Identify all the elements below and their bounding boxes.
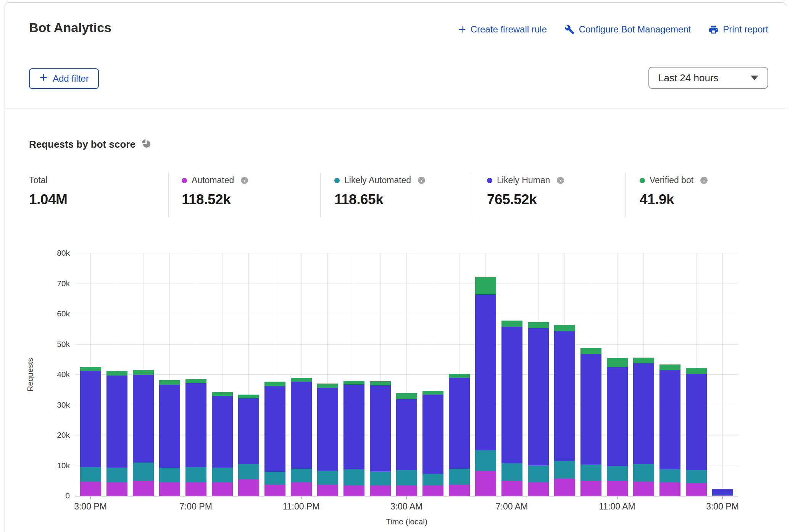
bar-segment-likely-human[interactable]: [422, 395, 443, 474]
bar-segment-automated[interactable]: [291, 482, 312, 496]
bar-segment-likely-automated[interactable]: [501, 463, 522, 480]
bar-segment-automated[interactable]: [686, 483, 707, 496]
bar-segment-likely-automated[interactable]: [659, 469, 680, 482]
bar-segment-verified-bot[interactable]: [686, 368, 707, 374]
add-filter-button[interactable]: Add filter: [29, 68, 99, 89]
bar-segment-likely-human[interactable]: [291, 382, 312, 469]
bar-segment-verified-bot[interactable]: [238, 395, 259, 398]
bar-segment-likely-human[interactable]: [633, 363, 654, 464]
bar-segment-verified-bot[interactable]: [264, 382, 285, 386]
bar-segment-automated[interactable]: [317, 485, 338, 496]
bar-segment-automated[interactable]: [396, 485, 417, 496]
bar-segment-likely-human[interactable]: [396, 399, 417, 470]
bar-segment-likely-automated[interactable]: [133, 463, 154, 481]
bar-segment-verified-bot[interactable]: [80, 367, 101, 371]
bar-segment-likely-human[interactable]: [686, 374, 707, 470]
bar-segment-automated[interactable]: [238, 479, 259, 496]
bar-segment-likely-automated[interactable]: [159, 468, 180, 482]
bar-segment-likely-automated[interactable]: [554, 461, 575, 479]
bar-segment-likely-automated[interactable]: [528, 465, 549, 482]
info-icon[interactable]: [557, 177, 564, 184]
bar-segment-likely-human[interactable]: [370, 385, 391, 471]
bar-segment-verified-bot[interactable]: [396, 393, 417, 399]
bar-segment-likely-automated[interactable]: [238, 464, 259, 480]
bar-segment-likely-human[interactable]: [528, 328, 549, 465]
bar-segment-automated[interactable]: [106, 482, 127, 496]
bar-segment-likely-automated[interactable]: [370, 471, 391, 485]
bar-segment-likely-human[interactable]: [501, 327, 522, 463]
bar-segment-likely-automated[interactable]: [106, 468, 127, 482]
bar-segment-verified-bot[interactable]: [712, 489, 733, 489]
bar-segment-likely-human[interactable]: [238, 398, 259, 464]
bar-segment-verified-bot[interactable]: [370, 381, 391, 385]
configure-bot-management-link[interactable]: Configure Bot Management: [564, 24, 691, 35]
bar-segment-automated[interactable]: [264, 485, 285, 496]
bar-segment-verified-bot[interactable]: [185, 379, 206, 383]
bar-segment-verified-bot[interactable]: [501, 321, 522, 327]
create-firewall-rule-link[interactable]: Create firewall rule: [458, 24, 547, 35]
bar-segment-automated[interactable]: [501, 480, 522, 496]
bar-segment-likely-automated[interactable]: [291, 469, 312, 483]
bar-segment-likely-automated[interactable]: [80, 467, 101, 481]
bar-segment-likely-automated[interactable]: [449, 469, 470, 485]
bar-segment-likely-human[interactable]: [659, 370, 680, 469]
bar-segment-automated[interactable]: [133, 480, 154, 496]
bar-segment-likely-human[interactable]: [712, 489, 733, 495]
bar-segment-automated[interactable]: [422, 485, 443, 496]
bar-segment-verified-bot[interactable]: [422, 391, 443, 395]
bar-segment-verified-bot[interactable]: [291, 378, 312, 382]
bar-segment-likely-automated[interactable]: [686, 470, 707, 483]
bar-segment-verified-bot[interactable]: [475, 277, 496, 294]
bar-segment-verified-bot[interactable]: [659, 364, 680, 370]
bar-segment-likely-automated[interactable]: [712, 495, 733, 495]
bar-segment-verified-bot[interactable]: [212, 392, 233, 396]
bar-segment-likely-automated[interactable]: [264, 472, 285, 484]
bar-segment-likely-human[interactable]: [133, 375, 154, 463]
bar-segment-likely-automated[interactable]: [580, 464, 601, 480]
info-icon[interactable]: [700, 177, 708, 184]
bar-segment-likely-human[interactable]: [159, 385, 180, 468]
bar-segment-likely-automated[interactable]: [317, 471, 338, 485]
bar-segment-verified-bot[interactable]: [607, 358, 628, 367]
bar-segment-automated[interactable]: [528, 482, 549, 496]
info-icon[interactable]: [241, 177, 248, 184]
bar-segment-automated[interactable]: [475, 471, 496, 496]
bar-segment-automated[interactable]: [554, 479, 575, 496]
bar-segment-automated[interactable]: [159, 482, 180, 496]
bar-segment-automated[interactable]: [80, 482, 101, 496]
bar-segment-automated[interactable]: [633, 481, 654, 496]
bar-segment-likely-automated[interactable]: [607, 466, 628, 481]
bar-segment-automated[interactable]: [212, 482, 233, 496]
bar-segment-likely-automated[interactable]: [396, 470, 417, 486]
bar-segment-verified-bot[interactable]: [343, 381, 364, 385]
bar-segment-verified-bot[interactable]: [528, 322, 549, 328]
bar-segment-verified-bot[interactable]: [317, 384, 338, 388]
bar-segment-automated[interactable]: [659, 482, 680, 496]
bar-segment-verified-bot[interactable]: [449, 374, 470, 378]
bar-segment-likely-automated[interactable]: [212, 468, 233, 482]
bar-segment-verified-bot[interactable]: [580, 348, 601, 354]
bar-segment-likely-human[interactable]: [264, 386, 285, 472]
bar-segment-verified-bot[interactable]: [133, 370, 154, 375]
bar-segment-likely-human[interactable]: [449, 378, 470, 469]
bar-segment-automated[interactable]: [580, 480, 601, 496]
bar-segment-likely-human[interactable]: [106, 376, 127, 468]
time-range-select[interactable]: Last 24 hours: [648, 67, 768, 89]
bar-segment-likely-human[interactable]: [607, 367, 628, 466]
bar-segment-automated[interactable]: [607, 481, 628, 496]
bar-segment-verified-bot[interactable]: [554, 325, 575, 331]
bar-segment-likely-automated[interactable]: [475, 450, 496, 471]
bar-segment-likely-human[interactable]: [475, 294, 496, 450]
bar-segment-verified-bot[interactable]: [159, 380, 180, 385]
bar-segment-likely-automated[interactable]: [633, 464, 654, 481]
info-icon[interactable]: [418, 177, 425, 184]
bar-segment-likely-human[interactable]: [343, 384, 364, 469]
bar-segment-automated[interactable]: [449, 485, 470, 496]
bar-segment-verified-bot[interactable]: [633, 358, 654, 363]
bar-segment-automated[interactable]: [185, 482, 206, 496]
bar-segment-likely-human[interactable]: [185, 383, 206, 467]
bar-segment-likely-human[interactable]: [580, 354, 601, 464]
bar-segment-likely-automated[interactable]: [343, 469, 364, 485]
bar-segment-automated[interactable]: [343, 485, 364, 496]
bar-segment-likely-human[interactable]: [554, 331, 575, 461]
